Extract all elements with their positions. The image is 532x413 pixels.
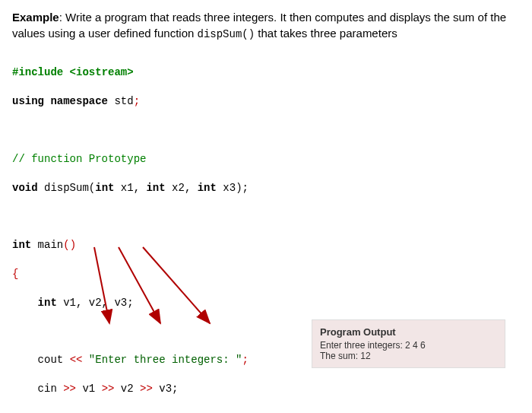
code-int-main: int <box>12 239 31 251</box>
code-x1: x1, <box>114 182 146 194</box>
code-x2: x2, <box>166 182 198 194</box>
code-v3: v3; <box>153 383 179 395</box>
code-cout-1: cout <box>12 354 70 366</box>
code-include: #include <box>12 66 63 78</box>
output-line-2: The sum: 12 <box>320 351 497 361</box>
code-string-prompt: "Enter three integers: " <box>82 354 242 366</box>
code-gtgt-1: >> <box>63 383 76 395</box>
code-semi-2: ; <box>242 354 248 366</box>
code-int-p1: int <box>95 182 114 194</box>
example-text-2: that takes three parameters <box>255 27 397 40</box>
code-dispsum-proto: dispSum( <box>38 182 96 194</box>
code-main: main <box>31 239 63 251</box>
code-int-p2: int <box>146 182 165 194</box>
output-line-1: Enter three integers: 2 4 6 <box>320 340 497 351</box>
code-int-vars: int <box>12 297 57 309</box>
code-v2: v2 <box>114 383 140 395</box>
code-comment-proto: // function Prototype <box>12 153 146 165</box>
code-main-parens: () <box>63 239 76 251</box>
program-output-box: Program Output Enter three integers: 2 4… <box>312 319 505 368</box>
code-gtgt-2: >> <box>102 383 115 395</box>
code-iostream: <iostream> <box>63 66 133 78</box>
example-description: Example: Write a program that reads thre… <box>0 0 532 49</box>
code-void-1: void <box>12 182 38 194</box>
code-std: std <box>114 95 133 107</box>
code-cin: cin <box>12 383 63 395</box>
code-gtgt-3: >> <box>140 383 153 395</box>
example-label: Example <box>12 11 59 24</box>
code-using: using namespace <box>12 95 114 107</box>
example-funcname: dispSum() <box>198 28 255 40</box>
code-v1: v1 <box>76 383 102 395</box>
code-vars: v1, v2, v3; <box>57 297 134 309</box>
code-brace-open-1: { <box>12 268 18 280</box>
code-ltlt-1: << <box>70 354 83 366</box>
output-title: Program Output <box>320 326 497 338</box>
code-semi-1: ; <box>134 95 140 107</box>
code-int-p3: int <box>198 182 217 194</box>
code-x3: x3); <box>217 182 249 194</box>
